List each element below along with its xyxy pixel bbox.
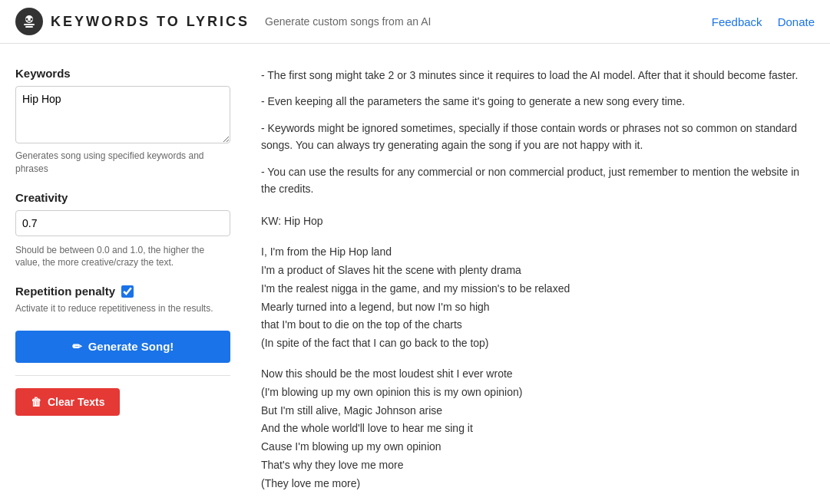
left-panel: Keywords Generates song using specified …: [15, 67, 230, 504]
clear-button[interactable]: Clear Texts: [15, 388, 120, 416]
keywords-hint: Generates song using specified keywords …: [15, 150, 230, 176]
svg-rect-2: [25, 26, 33, 28]
info-text-4: - You can use the results for any commer…: [261, 163, 815, 198]
generate-label: Generate Song!: [88, 340, 174, 353]
info-text-1: - The first song might take 2 or 3 minut…: [261, 67, 815, 84]
creativity-hint: Should be between 0.0 and 1.0, the highe…: [15, 244, 230, 270]
repetition-checkbox[interactable]: [121, 285, 134, 298]
repetition-hint: Activate it to reduce repetitiveness in …: [15, 302, 230, 315]
creativity-label: Creativity: [15, 191, 230, 204]
repetition-label: Repetition penalty: [15, 285, 115, 298]
creativity-input[interactable]: [15, 210, 230, 236]
app-title: KEYWORDS TO LYRICS: [51, 14, 250, 30]
lyrics-verse2: Now this should be the most loudest shit…: [261, 365, 815, 493]
clear-label: Clear Texts: [48, 396, 104, 408]
lyrics-keyword: KW: Hip Hop: [261, 212, 815, 231]
pencil-icon: [72, 340, 82, 354]
main-content: Keywords Generates song using specified …: [0, 44, 830, 504]
creativity-section: Creativity Should be between 0.0 and 1.0…: [15, 191, 230, 270]
divider: [15, 375, 230, 376]
lyrics-area: KW: Hip Hop I, I'm from the Hip Hop land…: [261, 212, 815, 492]
header-links: Feedback Donate: [712, 15, 815, 28]
keywords-input[interactable]: [15, 86, 230, 143]
trash-icon: [31, 396, 41, 408]
svg-rect-1: [24, 24, 35, 25]
donate-link[interactable]: Donate: [778, 15, 815, 28]
svg-point-3: [26, 18, 28, 21]
repetition-section: Repetition penalty Activate it to reduce…: [15, 285, 230, 315]
svg-point-4: [31, 18, 33, 21]
info-text-3: - Keywords might be ignored sometimes, s…: [261, 120, 815, 154]
generate-button[interactable]: Generate Song!: [15, 331, 230, 363]
app-subtitle: Generate custom songs from an AI: [265, 15, 431, 28]
info-text-2: - Even keeping all the parameters the sa…: [261, 93, 815, 110]
app-logo-icon: [15, 8, 43, 35]
lyrics-verse1: I, I'm from the Hip Hop land I'm a produ…: [261, 243, 815, 353]
keywords-label: Keywords: [15, 67, 230, 80]
app-header: KEYWORDS TO LYRICS Generate custom songs…: [0, 0, 830, 44]
right-panel: - The first song might take 2 or 3 minut…: [253, 67, 815, 504]
logo-area: KEYWORDS TO LYRICS Generate custom songs…: [15, 8, 712, 35]
repetition-header: Repetition penalty: [15, 285, 230, 298]
feedback-link[interactable]: Feedback: [712, 15, 762, 28]
